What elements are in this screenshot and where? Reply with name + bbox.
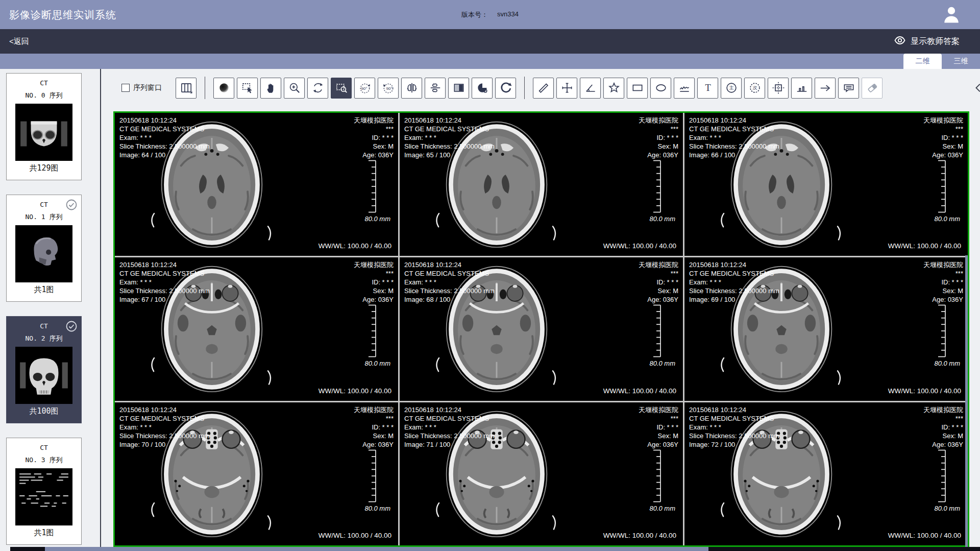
svg-text:T: T [705,83,710,93]
text-annotation-button[interactable]: T [697,78,718,99]
series-sidebar: CT NO. 0 序列 共129图 CT NO. 1 序列 共1图 [0,69,100,547]
series-window-toggle[interactable]: 序列窗口 [121,83,162,92]
series-card[interactable]: CT NO. 2 序列 共100图 [6,316,82,423]
check-circle-icon [65,199,78,211]
overlay-image-index: Image: 70 / 100 [119,440,210,449]
ct-viewport[interactable]: 20150618 10:12:24 CT GE MEDICAL SYSTEMS … [684,113,968,256]
arrow-annotation-button[interactable] [815,78,836,99]
draw-rect-button[interactable] [627,78,648,99]
series-card[interactable]: CT NO. 3 序列 共1图 [6,438,82,545]
overlay-exam: Exam: * * * [119,423,210,432]
series-window-label: 序列窗口 [133,83,162,92]
zoom-in-button[interactable] [284,78,305,99]
overlay-patient-id: ID: * * * [354,423,394,432]
scale-ruler-icon [937,160,946,213]
flip-vertical-button[interactable] [425,78,446,99]
view-mode-tab[interactable]: 三维 [942,54,980,69]
ct-viewport[interactable]: 20150618 10:12:24 CT GE MEDICAL SYSTEMS … [115,402,398,545]
page-title: 影像诊断思维实训系统 [9,8,116,21]
overlay-system: CT GE MEDICAL SYSTEMS [404,125,495,133]
ct-viewport[interactable]: 20150618 10:12:24 CT GE MEDICAL SYSTEMS … [400,257,683,400]
view-mode-tabs: 二维 三维 [903,54,980,69]
viewer-toolbar: 序列窗口 90° 90° T 主 次 [121,77,883,99]
rotate-90-ccw-button[interactable]: 90° [354,78,375,99]
ct-viewport[interactable]: 20150618 10:12:24 CT GE MEDICAL SYSTEMS … [400,113,683,256]
show-teacher-answer-button[interactable]: 显示教师答案 [894,34,960,49]
histogram-profile-button[interactable] [791,78,812,99]
dicom-overlay-topleft: 20150618 10:12:24 CT GE MEDICAL SYSTEMS … [119,116,210,159]
toolbar-collapse-icon[interactable] [973,81,980,95]
version-info: 版本号： svn334 [461,10,519,19]
overlay-age: Age: 036Y [639,151,678,159]
window-level-label: WW/WL: 100.00 / 40.00 [318,532,391,539]
ct-viewport[interactable]: 20150618 10:12:24 CT GE MEDICAL SYSTEMS … [400,402,683,545]
overlay-system: CT GE MEDICAL SYSTEMS [689,414,779,423]
overlay-datetime: 20150618 10:12:24 [689,116,779,125]
ct-viewport[interactable]: 20150618 10:12:24 CT GE MEDICAL SYSTEMS … [684,257,968,400]
window-level-button[interactable] [213,78,234,99]
measure-cross-button[interactable] [556,78,577,99]
overlay-datetime: 20150618 10:12:24 [119,405,210,414]
svg-text:次: 次 [752,85,757,90]
invert-bw-button[interactable] [448,78,469,99]
vertical-scrollbar-thumb[interactable] [965,255,968,547]
overlay-system: CT GE MEDICAL SYSTEMS [119,414,210,423]
measure-angle-button[interactable] [580,78,601,99]
horizontal-scrollbar-thumb[interactable] [45,547,708,551]
overlay-hospital: 天堰模拟医院 [354,260,394,269]
mark-secondary-button[interactable]: 次 [744,78,765,99]
overlay-age: Age: 036Y [354,151,394,159]
svg-text:90°: 90° [361,86,367,91]
ct-viewport[interactable]: 20150618 10:12:24 CT GE MEDICAL SYSTEMS … [684,402,968,545]
flip-horizontal-button[interactable] [401,78,422,99]
roi-crosshair-button[interactable] [768,78,789,99]
draw-polygon-star-button[interactable] [603,78,624,99]
invert-contrast-button[interactable] [472,78,493,99]
series-count: 共100图 [7,406,81,416]
rotate-90-cw-button[interactable]: 90° [378,78,399,99]
overlay-hospital: 天堰模拟医院 [639,260,678,269]
eraser-button[interactable] [862,78,883,99]
ct-viewport[interactable]: 20150618 10:12:24 CT GE MEDICAL SYSTEMS … [115,113,398,256]
comment-bubble-button[interactable] [838,78,859,99]
ct-viewport[interactable]: 20150618 10:12:24 CT GE MEDICAL SYSTEMS … [115,257,398,400]
pan-hand-button[interactable] [260,78,281,99]
overlay-patient-id: ID: * * * [639,423,678,432]
overlay-age: Age: 036Y [923,295,963,304]
layout-grid-button[interactable] [176,78,197,99]
rotate-cycle-button[interactable] [307,78,328,99]
mark-main-button[interactable]: 主 [721,78,742,99]
overlay-sex: Sex: M [923,432,963,440]
scale-ruler-icon [937,449,946,502]
overlay-exam: Exam: * * * [689,423,779,432]
horizontal-scrollbar-track[interactable] [10,547,980,551]
overlay-exam: Exam: * * * [404,423,495,432]
dicom-overlay-topright: 天堰模拟医院 *** ID: * * * Sex: M Age: 036Y [354,116,394,159]
series-card[interactable]: CT NO. 1 序列 共1图 [6,195,82,302]
series-count: 共129图 [7,163,81,173]
window-level-label: WW/WL: 100.00 / 40.00 [603,532,676,539]
measure-line-button[interactable] [533,78,554,99]
view-mode-tab[interactable]: 二维 [903,54,942,69]
overlay-age: Age: 036Y [923,440,963,449]
back-button[interactable]: <返回 [9,37,29,46]
series-card[interactable]: CT NO. 0 序列 共129图 [6,73,82,180]
draw-curve-button[interactable] [674,78,695,99]
overlay-sex: Sex: M [923,286,963,295]
dicom-overlay-topleft: 20150618 10:12:24 CT GE MEDICAL SYSTEMS … [119,405,210,449]
zoom-region-button[interactable] [331,78,352,99]
rect-select-button[interactable] [237,78,258,99]
scale-ruler-icon [368,304,377,357]
draw-ellipse-button[interactable] [650,78,671,99]
overlay-hospital: 天堰模拟医院 [639,116,678,125]
window-level-label: WW/WL: 100.00 / 40.00 [603,242,676,250]
overlay-patient-id: ID: * * * [639,133,678,142]
overlay-exam: Exam: * * * [119,278,210,286]
tab-strip [0,54,980,69]
overlay-hospital: 天堰模拟医院 [354,116,394,125]
overlay-hospital: 天堰模拟医院 [639,405,678,414]
user-avatar-icon[interactable] [940,4,963,26]
reset-button[interactable] [495,78,516,99]
scale-label: 80.0 mm [364,505,390,512]
window-level-label: WW/WL: 100.00 / 40.00 [888,532,961,539]
